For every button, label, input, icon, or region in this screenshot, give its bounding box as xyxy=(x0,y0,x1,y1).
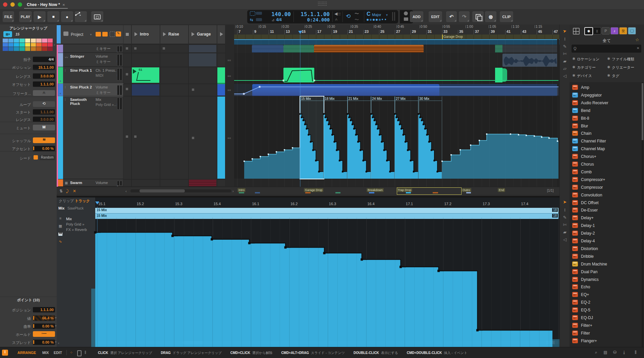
knife-tool-icon[interactable]: ✄ xyxy=(562,51,568,57)
palette-swatch[interactable] xyxy=(3,47,8,51)
inspector-field[interactable]: 3.0.0.00 xyxy=(33,73,55,79)
cancel-button[interactable]: ⊗ xyxy=(485,11,496,22)
audition-tool-icon[interactable]: ◁ xyxy=(562,73,568,79)
track-name[interactable]: Sawtooth Pluck xyxy=(70,98,94,106)
clip-color-button[interactable]: ▦▾ xyxy=(3,31,12,37)
device-row[interactable]: Comb xyxy=(570,169,644,176)
search-icon[interactable]: ⌕ xyxy=(593,350,599,356)
search-box[interactable]: Q͕✕ xyxy=(572,45,641,53)
device-row[interactable]: DC Offset xyxy=(570,199,644,207)
band-end-label[interactable]: 18 xyxy=(552,208,558,212)
browser-grid-icon[interactable] xyxy=(573,28,580,35)
palette-swatch[interactable] xyxy=(3,39,8,43)
palette-swatch[interactable] xyxy=(25,43,31,47)
launcher-clip-blue[interactable] xyxy=(217,84,225,96)
position-display[interactable]: 15.1.1.00 xyxy=(296,11,330,17)
clip-stop-square[interactable] xyxy=(192,137,194,139)
track-param2[interactable]: ミキサー xyxy=(96,90,116,95)
device-row[interactable]: De-Esser xyxy=(570,207,644,214)
palette-swatch[interactable] xyxy=(25,47,31,51)
display-profile-button[interactable] xyxy=(91,11,103,22)
follow-range[interactable] xyxy=(256,18,262,21)
close-tab-icon[interactable]: ✕ xyxy=(62,3,65,7)
inspector-field[interactable]: 1.1.1.00 xyxy=(33,109,55,115)
hold-button[interactable]: ▫— xyxy=(33,331,55,337)
palette-swatch[interactable] xyxy=(14,39,19,43)
section-label[interactable]: Intro xyxy=(237,188,246,192)
scene-play-icon[interactable] xyxy=(135,32,138,36)
favorites-star-icon[interactable]: ☆ xyxy=(635,37,639,42)
fill-icon[interactable]: 〜 xyxy=(355,11,359,17)
midi-clip-green[interactable] xyxy=(283,45,314,53)
inspector-field[interactable]: 0.00 % xyxy=(33,146,55,151)
key-display[interactable]: C xyxy=(367,11,371,17)
palette-swatch[interactable] xyxy=(42,47,47,51)
section-label[interactable]: Garage Drop xyxy=(304,188,323,192)
scatter-icon[interactable]: ⁘ xyxy=(70,350,73,355)
clip-stop-square[interactable] xyxy=(134,135,137,138)
automation-lane-button[interactable]: ≡≡ xyxy=(227,137,232,141)
scale-display[interactable]: Major xyxy=(372,13,381,17)
panel-icon[interactable] xyxy=(77,350,82,356)
device-row[interactable]: Echo xyxy=(570,284,644,291)
inspector-field[interactable]: 1.1.1.00 xyxy=(33,81,55,87)
download-icon[interactable]: ⭳ xyxy=(621,350,627,356)
palette-more-button[interactable]: › xyxy=(54,43,55,47)
record-arm-icon[interactable] xyxy=(404,11,408,15)
launcher-clip-lighter[interactable] xyxy=(189,53,216,66)
filter-item[interactable]: カテゴリー xyxy=(577,65,596,70)
editor-pencil-tool-icon[interactable]: ✎ xyxy=(562,215,568,221)
clip-stop-square[interactable] xyxy=(126,47,128,50)
object-eraser-tool-icon[interactable]: ▱ xyxy=(562,66,568,72)
clip-play-icon[interactable] xyxy=(133,69,137,74)
launcher-cell[interactable] xyxy=(189,67,217,84)
device-row[interactable]: Channel Map xyxy=(570,145,644,153)
close-window-button[interactable] xyxy=(3,2,7,7)
h-scrollbar-thumb[interactable] xyxy=(140,189,185,192)
clip-name-field[interactable]: 15 xyxy=(15,32,19,36)
editor-audition-tool-icon[interactable]: ◁ xyxy=(562,237,568,243)
device-row[interactable]: Drum Machine xyxy=(570,261,644,268)
palette-swatch[interactable] xyxy=(36,47,42,51)
filter-item[interactable]: ロケーション xyxy=(577,57,599,62)
time-select-tool-icon[interactable]: I xyxy=(562,37,568,43)
grid-icon[interactable]: ▦ xyxy=(58,224,63,229)
track-header[interactable]: 〰StringerVolumeミキサー▶ xyxy=(58,53,123,67)
automation-clip-mix[interactable]: 21 Mix xyxy=(347,97,371,179)
cue-marker-strip[interactable]: Garage Drop xyxy=(234,35,559,39)
device-row[interactable]: Dribble xyxy=(570,253,644,260)
filter-item[interactable]: クリエーター xyxy=(612,65,634,70)
device-row[interactable]: Delay-2 xyxy=(570,230,644,237)
pointer-tool-icon[interactable]: ➤ xyxy=(561,28,569,35)
device-row[interactable]: Dual Pan xyxy=(570,268,644,276)
launcher-clip-lighter[interactable] xyxy=(189,45,216,52)
section-label[interactable]: End xyxy=(498,188,505,192)
palette-swatch[interactable] xyxy=(42,39,47,43)
palette-swatch[interactable] xyxy=(36,43,42,47)
tempo-display[interactable]: 140.00 xyxy=(266,11,291,17)
track-param2[interactable]: MIDI xyxy=(96,73,116,77)
midi-clip-blue[interactable] xyxy=(252,45,283,53)
editor-knife-tool-icon[interactable]: ✄ xyxy=(562,222,568,228)
editor-scroll-left-icon[interactable]: ‹ xyxy=(58,341,59,345)
launcher-cell[interactable] xyxy=(131,53,160,67)
automation-clip-mix[interactable]: 27 Mix xyxy=(395,97,419,179)
track-param1[interactable]: Volume xyxy=(96,85,116,89)
automation-icon[interactable]: ∿ xyxy=(58,239,63,244)
launcher-cell[interactable] xyxy=(123,96,131,179)
mode-arrange[interactable]: ARRANGE xyxy=(17,351,36,355)
tab-devices[interactable]: ✱ xyxy=(584,27,593,35)
midi-clip-sine1[interactable] xyxy=(283,68,314,82)
automation-lane-button[interactable]: ≡≡ xyxy=(227,60,232,63)
tab-plugins[interactable]: Ρ xyxy=(602,27,610,35)
launcher-cell[interactable] xyxy=(160,53,189,67)
tab-notes[interactable]: ♪ xyxy=(610,27,619,35)
audio-clip-stringer[interactable] xyxy=(502,54,558,67)
mode-edit[interactable]: EDIT xyxy=(54,351,62,355)
tab-samples[interactable]: 🖵 xyxy=(628,27,636,35)
device-row[interactable]: Filter xyxy=(570,330,644,337)
minimize-window-button[interactable] xyxy=(10,2,15,7)
inspector-field[interactable]: 4/4 xyxy=(33,57,55,62)
arranger-follow-icon[interactable]: ◀𝄙 xyxy=(334,11,341,16)
palette-swatch[interactable] xyxy=(48,47,53,51)
